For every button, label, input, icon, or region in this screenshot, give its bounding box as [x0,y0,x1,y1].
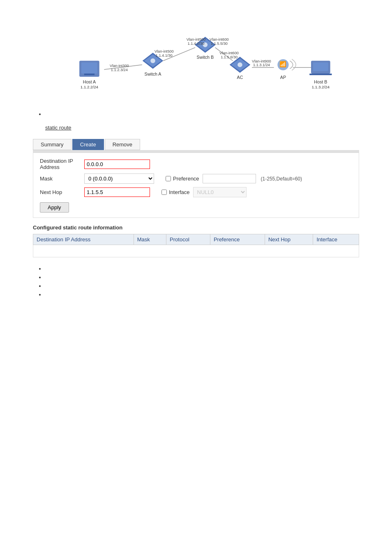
dest-ip-row: Destination IPAddress [40,158,352,170]
col-preference: Preference [210,234,265,245]
svg-rect-27 [309,74,332,75]
nexthop-input[interactable] [84,187,150,197]
mask-select[interactable]: 0 (0.0.0.0) 8 (255.0.0.0) 16 (255.255.0.… [84,173,154,184]
nexthop-row: Next Hop Interface NULL0 [40,187,352,197]
tab-create[interactable]: Create [72,139,104,150]
svg-text:AP: AP [280,75,286,80]
bullet-item-1 [45,111,359,117]
svg-text:Vlan-int300: Vlan-int300 [110,64,129,68]
bullet-section-1: static route [33,111,359,131]
mask-row: Mask 0 (0.0.0.0) 8 (255.0.0.0) 16 (255.2… [40,173,352,184]
interface-group: Interface [161,189,190,195]
dest-ip-label: Destination IPAddress [40,158,81,170]
route-section-title: Configured static route information [33,224,359,231]
preference-hint: (1-255,Default=60) [261,176,302,182]
preference-checkbox[interactable] [166,176,171,181]
bottom-bullet-4 [45,291,359,298]
svg-text:1.1.4.2/30: 1.1.4.2/30 [187,42,204,46]
tab-remove[interactable]: Remove [105,139,140,150]
svg-text:Vlan-int500: Vlan-int500 [154,49,174,53]
svg-text:1.1.3.2/24: 1.1.3.2/24 [312,85,330,89]
svg-point-12 [150,58,155,63]
svg-text:1.1.5.5/30: 1.1.5.5/30 [211,42,228,46]
svg-rect-26 [313,62,328,71]
svg-point-20 [238,62,242,67]
svg-text:📶: 📶 [279,61,286,68]
dest-ip-input[interactable] [84,160,150,169]
svg-text:Vlan-int600: Vlan-int600 [219,51,239,55]
tab-bar: Summary Create Remove [33,139,359,150]
preference-group: Preference [166,176,199,182]
svg-rect-7 [84,74,95,75]
svg-text:1.1.3.1/24: 1.1.3.1/24 [253,63,270,67]
apply-button[interactable]: Apply [40,202,69,213]
bottom-bullet-2 [45,274,359,280]
col-dest-ip: Destination IP Address [33,234,134,245]
static-route-link[interactable]: static route [45,125,71,131]
bottom-bullet-3 [45,283,359,289]
svg-text:AC: AC [237,75,243,80]
apply-row: Apply [40,201,352,213]
col-mask: Mask [134,234,166,245]
col-protocol: Protocol [166,234,210,245]
nexthop-label: Next Hop [40,189,81,195]
svg-text:Switch A: Switch A [145,72,162,76]
svg-text:Vlan-int500: Vlan-int500 [187,37,206,42]
col-interface: Interface [313,234,359,245]
svg-rect-6 [81,62,97,74]
route-section: Configured static route information Dest… [33,224,359,257]
preference-input[interactable] [203,174,256,183]
svg-text:Vlan-int600: Vlan-int600 [210,37,229,42]
svg-text:1.1.4.1/30: 1.1.4.1/30 [156,53,173,58]
network-diagram: Host A 1.1.2.2/24 Switch A Switch B AC 📶… [52,16,340,99]
svg-text:1.1.2.2/24: 1.1.2.2/24 [81,85,99,89]
svg-text:Vlan-int900: Vlan-int900 [252,59,271,63]
svg-text:1.1.2.3/24: 1.1.2.3/24 [111,68,128,72]
svg-text:Host B: Host B [314,79,327,84]
svg-text:Switch B: Switch B [197,55,214,60]
form-section: Destination IPAddress Mask 0 (0.0.0.0) 8… [33,153,359,218]
bottom-bullet-1 [45,266,359,272]
route-table: Destination IP Address Mask Protocol Pre… [33,234,359,257]
svg-text:Host A: Host A [83,79,96,84]
interface-checkbox[interactable] [161,190,167,195]
col-nexthop: Next Hop [265,234,313,245]
svg-text:1.1.5.6/30: 1.1.5.6/30 [221,55,238,59]
bottom-bullets [33,266,359,298]
interface-label: Interface [169,189,190,195]
table-row-empty [33,245,359,257]
preference-label: Preference [173,176,199,182]
interface-select[interactable]: NULL0 [193,187,247,197]
mask-label: Mask [40,176,81,182]
tab-summary[interactable]: Summary [33,139,71,150]
